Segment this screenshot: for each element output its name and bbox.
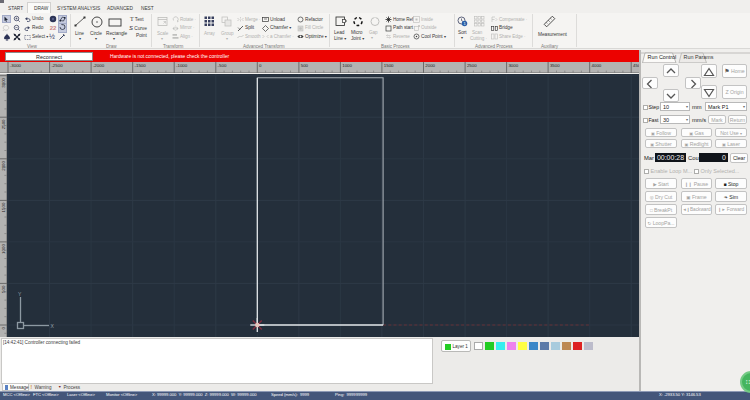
svg-text:4000: 4000 xyxy=(592,63,602,68)
svg-text:-2500: -2500 xyxy=(51,63,63,68)
svg-text:0: 0 xyxy=(259,63,262,68)
svg-text:2500: 2500 xyxy=(1,119,6,129)
svg-text:2500: 2500 xyxy=(467,63,477,68)
svg-text:500: 500 xyxy=(301,63,309,68)
svg-text:3000: 3000 xyxy=(508,63,518,68)
svg-text:-500: -500 xyxy=(218,63,227,68)
svg-text:1500: 1500 xyxy=(384,63,394,68)
svg-text:1000: 1000 xyxy=(1,244,6,254)
svg-text:3500: 3500 xyxy=(550,63,560,68)
svg-text:2000: 2000 xyxy=(425,63,435,68)
svg-text:X: X xyxy=(51,323,55,329)
svg-text:Y: Y xyxy=(18,291,22,297)
svg-text:1000: 1000 xyxy=(342,63,352,68)
svg-text:500: 500 xyxy=(1,285,6,293)
svg-text:2000: 2000 xyxy=(1,160,6,170)
svg-text:1500: 1500 xyxy=(1,202,6,212)
svg-text:-1500: -1500 xyxy=(135,63,147,68)
svg-text:-1000: -1000 xyxy=(176,63,188,68)
svg-text:-3000: -3000 xyxy=(10,63,22,68)
svg-text:3000: 3000 xyxy=(1,77,6,87)
svg-text:-2000: -2000 xyxy=(93,63,105,68)
svg-text:0: 0 xyxy=(1,327,6,330)
